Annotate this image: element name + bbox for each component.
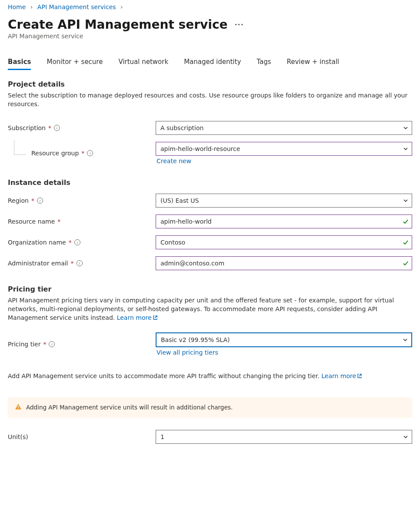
subscription-select[interactable]: A subscription xyxy=(156,121,412,135)
required-icon: * xyxy=(57,218,60,225)
admin-email-input[interactable] xyxy=(156,260,400,267)
units-select[interactable]: 1 xyxy=(156,430,412,444)
view-all-tiers-link[interactable]: View all pricing tiers xyxy=(157,349,218,356)
chevron-down-icon xyxy=(399,337,411,342)
section-project-desc: Select the subscription to manage deploy… xyxy=(8,91,408,109)
field-subscription: Subscription * i A subscription xyxy=(8,121,412,135)
field-resource-name: Resource name * xyxy=(8,215,412,228)
pricing-tier-select[interactable]: Basic v2 (99.95% SLA) xyxy=(156,332,412,347)
units-label: Unit(s) xyxy=(8,433,28,440)
required-icon: * xyxy=(48,124,51,131)
info-icon[interactable]: i xyxy=(49,341,55,347)
required-icon: * xyxy=(43,341,46,348)
resource-group-value: apim-hello-world-resource xyxy=(156,145,400,152)
info-icon[interactable]: i xyxy=(77,260,83,266)
field-units: Unit(s) 1 xyxy=(8,430,412,444)
tab-tags[interactable]: Tags xyxy=(257,55,271,70)
resource-group-select[interactable]: apim-hello-world-resource xyxy=(156,142,412,156)
create-new-link[interactable]: Create new xyxy=(157,158,191,164)
region-select[interactable]: (US) East US xyxy=(156,194,412,208)
page-title: Create API Management service xyxy=(8,17,227,32)
breadcrumb-parent[interactable]: API Management services xyxy=(37,3,116,10)
units-value: 1 xyxy=(156,433,400,440)
org-name-input-wrap xyxy=(156,235,412,249)
region-label: Region xyxy=(8,197,29,204)
region-value: (US) East US xyxy=(156,197,400,204)
pricing-tier-value: Basic v2 (99.95% SLA) xyxy=(157,336,399,343)
tabs: Basics Monitor + secure Virtual network … xyxy=(8,55,412,70)
info-icon[interactable]: i xyxy=(74,239,80,245)
chevron-down-icon xyxy=(400,198,412,203)
warning-icon xyxy=(15,403,22,412)
required-icon: * xyxy=(69,239,72,246)
check-icon xyxy=(400,218,412,225)
page-title-row: Create API Management service ··· xyxy=(8,17,412,32)
breadcrumb: Home › API Management services › xyxy=(8,2,412,14)
required-icon: * xyxy=(31,197,34,204)
tab-review-install[interactable]: Review + install xyxy=(287,55,339,70)
field-admin-email: Administrator email * i xyxy=(8,256,412,270)
warning-banner: Adding API Management service units will… xyxy=(8,397,412,418)
resource-name-label: Resource name xyxy=(8,218,55,225)
info-icon[interactable]: i xyxy=(37,198,43,204)
section-project-heading: Project details xyxy=(8,80,412,88)
tab-monitor-secure[interactable]: Monitor + secure xyxy=(47,55,103,70)
indent-line xyxy=(14,140,26,155)
page-subtitle: API Management service xyxy=(8,33,412,40)
learn-more-link[interactable]: Learn more xyxy=(117,314,158,321)
info-icon[interactable]: i xyxy=(87,150,93,156)
resource-name-input-wrap xyxy=(156,215,412,228)
field-resource-group: Resource group * i apim-hello-world-reso… xyxy=(8,142,412,164)
info-icon[interactable]: i xyxy=(54,125,60,131)
check-icon xyxy=(400,260,412,266)
field-pricing-tier: Pricing tier * i Basic v2 (99.95% SLA) V… xyxy=(8,332,412,356)
chevron-down-icon xyxy=(400,125,412,131)
resource-group-label: Resource group xyxy=(31,150,79,157)
chevron-down-icon xyxy=(400,434,412,439)
more-actions-icon[interactable]: ··· xyxy=(234,20,243,29)
breadcrumb-home[interactable]: Home xyxy=(8,3,26,10)
required-icon: * xyxy=(81,150,84,157)
breadcrumb-sep: › xyxy=(28,3,36,10)
units-desc: Add API Management service units to acco… xyxy=(8,372,408,380)
check-icon xyxy=(400,239,412,245)
chevron-down-icon xyxy=(400,146,412,151)
breadcrumb-sep: › xyxy=(118,3,126,10)
resource-name-input[interactable] xyxy=(156,218,400,225)
org-name-label: Organization name xyxy=(8,239,66,246)
required-icon: * xyxy=(71,260,74,267)
org-name-input[interactable] xyxy=(156,239,400,246)
learn-more-units-link[interactable]: Learn more xyxy=(321,372,362,379)
svg-rect-1 xyxy=(18,408,18,409)
svg-rect-0 xyxy=(18,406,18,408)
admin-email-label: Administrator email xyxy=(8,260,68,267)
admin-email-input-wrap xyxy=(156,256,412,270)
subscription-value: A subscription xyxy=(156,124,400,131)
field-region: Region * i (US) East US xyxy=(8,194,412,208)
tab-basics[interactable]: Basics xyxy=(8,55,31,70)
field-org-name: Organization name * i xyxy=(8,235,412,249)
section-pricing-desc: API Management pricing tiers vary in com… xyxy=(8,296,408,322)
section-pricing-heading: Pricing tier xyxy=(8,285,412,293)
tab-virtual-network[interactable]: Virtual network xyxy=(118,55,168,70)
subscription-label: Subscription xyxy=(8,124,46,131)
pricing-tier-label: Pricing tier xyxy=(8,341,40,348)
section-instance-heading: Instance details xyxy=(8,178,412,187)
warning-text: Adding API Management service units will… xyxy=(26,404,233,411)
tab-managed-identity[interactable]: Managed identity xyxy=(184,55,241,70)
